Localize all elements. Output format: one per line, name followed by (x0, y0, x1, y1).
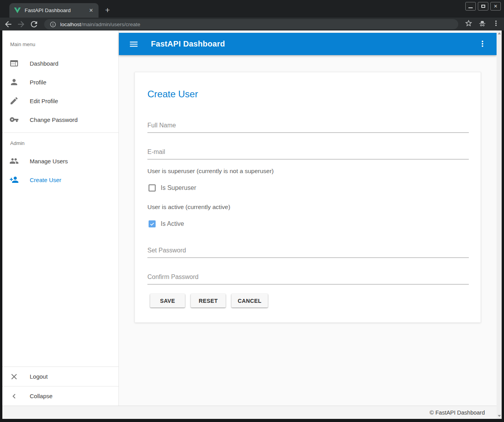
create-user-card: Create User Full Name E-mail User is sup… (135, 72, 481, 323)
window-maximize-button[interactable] (478, 2, 488, 11)
sidebar-item-label: Collapse (30, 393, 52, 399)
sidebar-item-label: Profile (30, 79, 47, 86)
is-active-label: Is Active (161, 220, 184, 227)
sidebar-item-collapse[interactable]: Collapse (2, 386, 118, 406)
is-superuser-checkbox-row[interactable]: Is Superuser (149, 184, 196, 191)
browser-toolbar: localhost/main/admin/users/create (0, 18, 504, 30)
email-placeholder: E-mail (147, 148, 469, 156)
sidebar: Main menu Dashboard Profile Edit Profile… (2, 30, 119, 406)
site-info-icon[interactable] (50, 21, 56, 28)
full-name-field[interactable]: Full Name (147, 122, 469, 133)
appbar: FastAPI Dashboard (119, 33, 497, 55)
sidebar-item-create-user[interactable]: Create User (2, 170, 118, 189)
checkbox-checked-icon[interactable] (149, 220, 156, 227)
url-host: localhost (60, 21, 81, 27)
incognito-icon (478, 19, 486, 27)
is-superuser-label: Is Superuser (161, 184, 196, 191)
person-icon (9, 77, 19, 87)
window-close-button[interactable]: ✕ (490, 2, 501, 11)
vue-favicon-icon (14, 7, 21, 13)
checkbox-unchecked-icon[interactable] (149, 184, 156, 191)
browser-tabstrip: FastAPI Dashboard ✕ + ✕ (0, 0, 504, 18)
group-icon (9, 156, 19, 166)
close-icon: ✕ (493, 4, 497, 9)
superuser-hint: User is superuser (currently is not a su… (147, 168, 274, 175)
tab-close-icon[interactable]: ✕ (88, 7, 95, 14)
reload-icon[interactable] (29, 20, 39, 29)
sidebar-section-label-admin: Admin (10, 139, 118, 147)
set-password-placeholder: Set Password (147, 247, 469, 254)
input-underline (147, 284, 469, 284)
cancel-button[interactable]: CANCEL (231, 294, 268, 308)
new-tab-button[interactable]: + (102, 5, 113, 15)
sidebar-section-label-main-menu: Main menu (10, 41, 118, 48)
url-text: localhost/main/admin/users/create (60, 21, 140, 27)
sidebar-item-profile[interactable]: Profile (2, 73, 118, 91)
main-content: FastAPI Dashboard Create User Full Name … (119, 30, 497, 406)
sidebar-item-label: Change Password (30, 116, 78, 123)
address-bar[interactable]: localhost/main/admin/users/create (44, 19, 458, 29)
confirm-password-field[interactable]: Confirm Password (147, 273, 469, 284)
reset-button[interactable]: RESET (191, 294, 226, 308)
scrollbar-up-arrow-icon[interactable] (498, 32, 501, 34)
active-hint: User is active (currently active) (147, 204, 230, 211)
browser-menu-kebab-icon[interactable] (492, 19, 500, 27)
hamburger-menu-icon[interactable] (129, 39, 139, 49)
sidebar-item-dashboard[interactable]: Dashboard (2, 54, 118, 73)
chevron-left-icon (9, 392, 19, 401)
sidebar-item-label: Dashboard (30, 60, 58, 67)
confirm-password-placeholder: Confirm Password (147, 273, 469, 281)
page-footer: © FastAPI Dashboard (2, 406, 497, 419)
email-field[interactable]: E-mail (147, 148, 469, 159)
person-add-icon (9, 175, 19, 184)
input-underline (147, 257, 469, 258)
maximize-icon (481, 5, 485, 8)
close-x-icon (9, 372, 19, 381)
page-title: Create User (147, 89, 198, 100)
form-buttons: SAVE RESET CANCEL (150, 294, 268, 308)
set-password-field[interactable]: Set Password (147, 247, 469, 258)
sidebar-item-label: Manage Users (30, 158, 68, 165)
dashboard-web-icon (9, 59, 19, 68)
sidebar-item-label: Edit Profile (30, 98, 58, 104)
input-underline (147, 132, 469, 133)
tab-title: FastAPI Dashboard (25, 7, 88, 13)
sidebar-item-label: Logout (30, 373, 48, 380)
minimize-icon (468, 7, 473, 8)
sidebar-item-change-password[interactable]: Change Password (2, 110, 118, 129)
url-path: /main/admin/users/create (81, 21, 140, 27)
is-active-checkbox-row[interactable]: Is Active (149, 220, 184, 227)
full-name-placeholder: Full Name (147, 122, 469, 129)
appbar-kebab-icon[interactable] (478, 39, 487, 48)
page-scrollbar[interactable] (497, 30, 502, 419)
pencil-icon (9, 96, 19, 106)
sidebar-item-logout[interactable]: Logout (2, 367, 118, 386)
bookmark-star-icon[interactable] (465, 19, 473, 27)
key-icon (9, 115, 19, 124)
sidebar-item-edit-profile[interactable]: Edit Profile (2, 91, 118, 110)
page-viewport: Main menu Dashboard Profile Edit Profile… (2, 30, 502, 419)
save-button[interactable]: SAVE (150, 294, 185, 308)
copyright-text: © FastAPI Dashboard (430, 409, 485, 416)
appbar-title: FastAPI Dashboard (151, 39, 225, 48)
scrollbar-down-arrow-icon[interactable] (498, 415, 501, 417)
sidebar-divider (2, 132, 118, 133)
window-minimize-button[interactable] (465, 2, 476, 11)
back-icon[interactable] (4, 20, 13, 29)
browser-tab[interactable]: FastAPI Dashboard ✕ (9, 3, 99, 18)
forward-icon[interactable] (16, 20, 26, 29)
sidebar-item-manage-users[interactable]: Manage Users (2, 152, 118, 170)
input-underline (147, 159, 469, 159)
sidebar-item-label: Create User (30, 177, 61, 183)
